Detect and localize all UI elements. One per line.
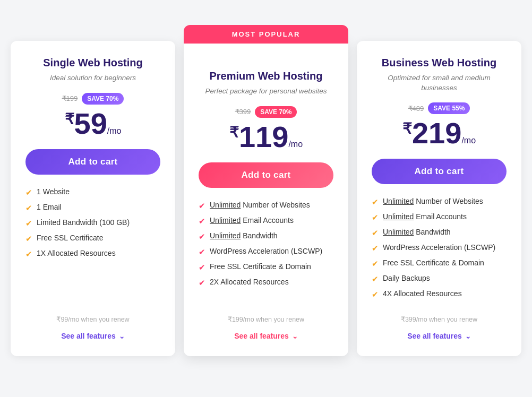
price-mo-business: /mo (461, 136, 476, 145)
feature-item-single-2: ✔ Limited Bandwidth (100 GB) (25, 218, 160, 228)
feature-text: 1 Email (37, 203, 62, 211)
check-icon: ✔ (372, 244, 379, 253)
save-badge-business: SAVE 55% (428, 102, 470, 114)
underline-feature: Unlimited (210, 201, 241, 209)
feature-item-single-3: ✔ Free SSL Certificate (25, 234, 160, 244)
price-row-premium: ₹399 SAVE 70% (199, 106, 333, 118)
check-icon: ✔ (372, 228, 379, 238)
feature-text: 4X Allocated Resources (383, 289, 462, 298)
feature-item-single-1: ✔ 1 Email (25, 203, 160, 213)
feature-text: WordPress Acceleration (LSCWP) (210, 247, 322, 255)
check-icon: ✔ (25, 234, 32, 244)
check-icon: ✔ (199, 247, 205, 257)
feature-item-single-0: ✔ 1 Website (25, 187, 160, 197)
check-icon: ✔ (199, 232, 205, 241)
check-icon: ✔ (25, 249, 32, 259)
plan-card-premium: MOST POPULAR Premium Web Hosting Perfect… (184, 41, 348, 357)
plan-subtitle-single: Ideal solution for beginners (25, 73, 160, 83)
plan-card-single: Single Web Hosting Ideal solution for be… (11, 41, 175, 357)
currency-symbol-business: ₹ (402, 120, 412, 137)
see-features-link-premium[interactable]: See all features ⌄ (199, 332, 333, 340)
underline-feature: Unlimited (383, 197, 414, 205)
check-icon: ✔ (199, 263, 205, 272)
current-price-single: ₹59/mo (25, 109, 160, 139)
feature-text: Daily Backups (383, 274, 430, 282)
card-bottom-single: ₹99/mo when you renew See all features ⌄ (25, 315, 160, 340)
feature-item-premium-4: ✔ Free SSL Certificate & Domain (199, 262, 333, 272)
check-icon: ✔ (372, 274, 379, 284)
price-amount-single: 59 (74, 107, 107, 140)
card-bottom-premium: ₹199/mo when you renew See all features … (199, 315, 333, 340)
feature-item-business-3: ✔ WordPress Acceleration (LSCWP) (372, 243, 507, 253)
feature-text: Unlimited Number of Websites (383, 197, 483, 205)
features-list-premium: ✔ Unlimited Number of Websites ✔ Unlimit… (199, 201, 333, 305)
renew-price-business: ₹399/mo when you renew (372, 315, 507, 323)
price-mo-premium: /mo (288, 140, 303, 149)
feature-text: Unlimited Email Accounts (210, 216, 294, 225)
feature-item-premium-2: ✔ Unlimited Bandwidth (199, 231, 333, 241)
feature-item-premium-3: ✔ WordPress Acceleration (LSCWP) (199, 247, 333, 257)
check-icon: ✔ (25, 219, 32, 228)
add-to-cart-button-single[interactable]: Add to cart (25, 149, 160, 175)
add-to-cart-button-premium[interactable]: Add to cart (199, 162, 333, 188)
feature-text: Unlimited Number of Websites (210, 201, 310, 209)
check-icon: ✔ (199, 278, 205, 288)
feature-item-business-1: ✔ Unlimited Email Accounts (372, 212, 507, 222)
check-icon: ✔ (372, 213, 379, 222)
feature-text: 1 Website (37, 187, 70, 196)
price-mo-single: /mo (107, 126, 122, 135)
feature-item-business-5: ✔ Daily Backups (372, 274, 507, 284)
renew-price-single: ₹99/mo when you renew (25, 315, 160, 323)
see-features-label: See all features (61, 332, 116, 340)
see-features-link-business[interactable]: See all features ⌄ (372, 332, 507, 340)
feature-text: Free SSL Certificate & Domain (383, 258, 484, 267)
check-icon: ✔ (199, 201, 205, 211)
plan-title-premium: Premium Web Hosting (199, 70, 333, 82)
save-badge-premium: SAVE 70% (255, 106, 297, 118)
add-to-cart-button-business[interactable]: Add to cart (372, 159, 507, 184)
chevron-down-icon: ⌄ (465, 332, 471, 340)
price-amount-premium: 119 (239, 120, 288, 153)
feature-text: 2X Allocated Resources (210, 278, 289, 286)
renew-price-premium: ₹199/mo when you renew (199, 315, 333, 323)
feature-item-premium-5: ✔ 2X Allocated Resources (199, 278, 333, 288)
popular-badge: MOST POPULAR (184, 25, 348, 44)
feature-text: Free SSL Certificate & Domain (210, 262, 311, 271)
chevron-down-icon: ⌄ (119, 332, 125, 340)
underline-feature: Unlimited (383, 212, 414, 221)
feature-text: Limited Bandwidth (100 GB) (37, 218, 130, 227)
chevron-down-icon: ⌄ (292, 332, 298, 340)
plan-title-business: Business Web Hosting (372, 57, 507, 69)
features-list-single: ✔ 1 Website ✔ 1 Email ✔ Limited Bandwidt… (25, 187, 160, 305)
see-features-link-single[interactable]: See all features ⌄ (25, 332, 160, 340)
feature-text: Unlimited Bandwidth (210, 231, 278, 240)
feature-item-business-4: ✔ Free SSL Certificate & Domain (372, 258, 507, 269)
plan-title-single: Single Web Hosting (25, 57, 160, 69)
check-icon: ✔ (372, 290, 379, 299)
currency-symbol-premium: ₹ (229, 124, 239, 141)
plan-card-business: Business Web Hosting Optimized for small… (357, 41, 521, 357)
check-icon: ✔ (25, 203, 32, 213)
feature-text: Unlimited Bandwidth (383, 228, 451, 236)
check-icon: ✔ (199, 217, 205, 226)
feature-text: WordPress Acceleration (LSCWP) (383, 243, 495, 252)
underline-feature: Unlimited (210, 231, 241, 240)
feature-item-single-4: ✔ 1X Allocated Resources (25, 249, 160, 259)
pricing-section: Single Web Hosting Ideal solution for be… (11, 41, 521, 357)
underline-feature: Unlimited (383, 228, 414, 236)
original-price-business: ₹489 (408, 105, 424, 113)
see-features-label: See all features (234, 332, 289, 340)
feature-item-business-6: ✔ 4X Allocated Resources (372, 289, 507, 299)
plan-subtitle-business: Optimized for small and medium businesse… (372, 73, 507, 93)
check-icon: ✔ (372, 197, 379, 207)
features-list-business: ✔ Unlimited Number of Websites ✔ Unlimit… (372, 197, 507, 305)
feature-item-business-2: ✔ Unlimited Bandwidth (372, 228, 507, 238)
feature-item-premium-0: ✔ Unlimited Number of Websites (199, 201, 333, 211)
price-amount-business: 219 (412, 116, 461, 150)
original-price-single: ₹199 (62, 94, 78, 102)
see-features-label: See all features (407, 332, 462, 340)
feature-item-business-0: ✔ Unlimited Number of Websites (372, 197, 507, 207)
currency-symbol-single: ₹ (65, 111, 74, 127)
current-price-business: ₹219/mo (372, 118, 507, 148)
feature-text: Free SSL Certificate (37, 234, 104, 242)
